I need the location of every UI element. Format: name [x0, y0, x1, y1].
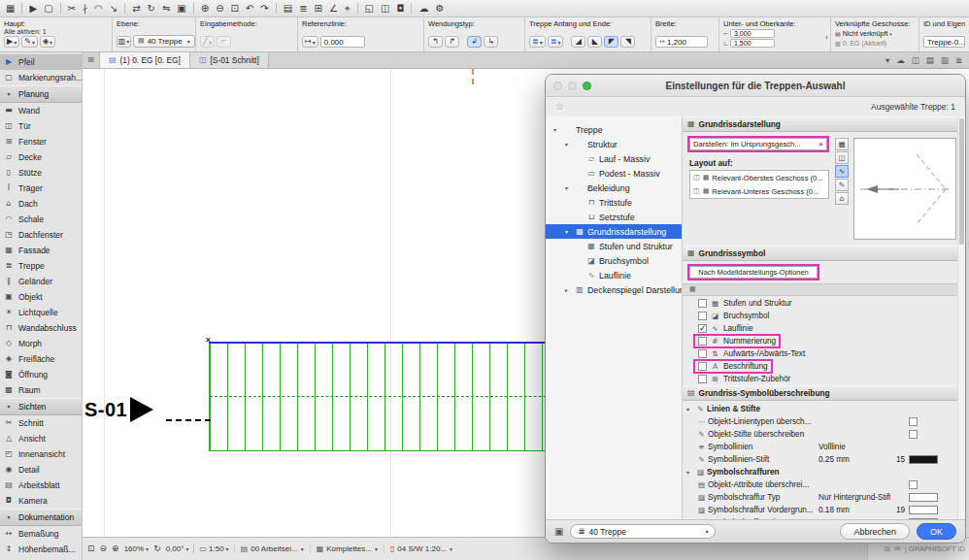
quick-option-dropdown[interactable]: ▦ Komplettes... ▾: [310, 544, 384, 553]
preview-tool-button[interactable]: ∿: [835, 165, 849, 178]
start-end-button[interactable]: ≣: [548, 36, 564, 48]
symbol-option-row[interactable]: A Beschriftung: [683, 360, 958, 373]
preview-tool-button[interactable]: ✎: [835, 179, 849, 191]
section-header-grundrissdarstellung[interactable]: ▦ Grundrissdarstellung: [683, 116, 958, 132]
zoom-out-icon[interactable]: ⊖: [216, 4, 223, 14]
guide-lines-icon[interactable]: ∠: [329, 4, 338, 14]
checkbox[interactable]: [698, 362, 707, 371]
trim-icon[interactable]: ✂: [68, 4, 76, 14]
sidebar-item[interactable]: ◰ Innenansicht: [0, 446, 82, 462]
tree-item[interactable]: ▾ Struktur: [546, 137, 682, 151]
tree-item[interactable]: ▾ ▦ Grundrissdarstellung: [546, 224, 682, 239]
scale-control[interactable]: ▭ 1:50 ▾: [199, 544, 228, 553]
zoom-window-button[interactable]: [583, 82, 591, 90]
separator[interactable]: [357, 3, 358, 14]
section-header-grundrisssymbol[interactable]: ▦ Grundrisssymbol: [683, 246, 958, 261]
sidebar-item[interactable]: ◙ Öffnung: [0, 367, 82, 382]
tree-item[interactable]: ▾ Treppe: [546, 122, 682, 137]
second-window-icon[interactable]: ◫: [912, 56, 919, 65]
arrow-tool-icon[interactable]: ▶: [29, 4, 37, 14]
input-method-button[interactable]: ╱: [200, 36, 215, 48]
tree-item[interactable]: ▦ Stufen und Struktur: [546, 239, 682, 253]
fit-in-window-icon[interactable]: ⊡: [87, 544, 95, 553]
separator[interactable]: [21, 3, 22, 14]
separator[interactable]: [411, 3, 412, 14]
show-on-stories-dropdown[interactable]: Darstellen: Im Ursprungsgesch... »: [689, 138, 827, 150]
symbol-option-row[interactable]: ◪ Bruchsymbol: [683, 310, 958, 322]
override-row[interactable]: ▾ ▨ Symbolschraffuren: [683, 466, 958, 478]
publish-icon[interactable]: ☁: [418, 4, 428, 14]
checkbox[interactable]: [909, 480, 918, 489]
sidebar-item[interactable]: ↕ Höhenbemaß...: [0, 542, 82, 557]
sidebar-item[interactable]: ▱ Decke: [0, 149, 82, 165]
start-end-button[interactable]: ≣: [529, 36, 546, 48]
checkbox[interactable]: [909, 430, 918, 439]
document-tab[interactable]: ◫ [S-01 Schnitt]: [190, 52, 269, 68]
story-layout-row[interactable]: ◫ ▦ Relevant-Oberstes Geschoss (0...: [690, 171, 828, 184]
sidebar-item[interactable]: ▾ Dokumentation: [0, 509, 82, 526]
minimize-button[interactable]: [568, 82, 577, 90]
sidebar-item[interactable]: ▤ Arbeitsblatt: [0, 478, 82, 493]
sidebar-item[interactable]: ∥ Geländer: [0, 274, 82, 289]
symbol-option-row[interactable]: ⊞ Trittstufen-Zubehör: [683, 373, 958, 385]
sidebar-item[interactable]: Ⅰ Träger: [0, 181, 82, 196]
sidebar-item[interactable]: ⌂ Dach: [0, 196, 82, 212]
separator[interactable]: [193, 3, 194, 14]
reference-line-button[interactable]: ↦: [302, 36, 318, 48]
fit-in-window-icon[interactable]: ⊡: [231, 4, 239, 14]
turning-type-button[interactable]: ↲: [467, 36, 482, 48]
separator[interactable]: [60, 3, 61, 14]
tab-overview-button[interactable]: ⊞: [83, 52, 100, 68]
level-field[interactable]: ∟ 1,500: [723, 39, 826, 48]
preview-tool-button[interactable]: ⌂: [835, 192, 849, 205]
quick-option-dropdown[interactable]: ▯ 04 S/W 1:20... ▾: [384, 544, 458, 553]
symbol-option-row[interactable]: ▦ Stufen und Struktur: [683, 297, 958, 310]
sidebar-item[interactable]: ▩ Raum: [0, 382, 82, 398]
element-id-field[interactable]: Treppe-0...: [923, 36, 965, 48]
tree-item[interactable]: ◪ Bruchsymbol: [546, 253, 682, 268]
start-end-button[interactable]: ◣: [587, 36, 602, 48]
haupt-tool-button[interactable]: ✎: [21, 36, 38, 48]
zoom-out-icon[interactable]: ⊖: [100, 544, 108, 553]
zoom-in-icon[interactable]: ⊕: [201, 4, 209, 14]
move-icon[interactable]: ⇄: [132, 4, 140, 14]
multiply-icon[interactable]: ▣: [177, 4, 185, 14]
layer-settings-button[interactable]: ▥: [117, 36, 131, 48]
sidebar-item[interactable]: ▢ Markierungsrah...: [0, 70, 82, 85]
preview-tool-button[interactable]: ◫: [835, 151, 849, 164]
pen-swatch[interactable]: [909, 506, 938, 514]
checkbox[interactable]: [698, 337, 707, 346]
story-link-row[interactable]: ▥ 0. EG (Aktuell): [835, 39, 915, 48]
transfer-settings-icon[interactable]: ▣: [554, 527, 563, 537]
tree-item[interactable]: ⊓ Trittstufe: [546, 195, 682, 210]
sidebar-item[interactable]: ▣ Objekt: [0, 289, 82, 305]
checkbox[interactable]: [698, 375, 707, 383]
override-row[interactable]: ▾ ✎ Linien & Stifte: [683, 403, 958, 415]
input-method-button[interactable]: ⌐: [217, 36, 231, 48]
favorites-icon[interactable]: ☆: [555, 102, 564, 112]
rotate-icon[interactable]: ↻: [148, 4, 155, 14]
sidebar-item[interactable]: ◉ Detail: [0, 462, 82, 478]
sidebar-item[interactable]: ▾ Planung: [0, 85, 82, 103]
scrollbar-thumb[interactable]: [959, 118, 964, 245]
sidebar-item[interactable]: ☀ Lichtquelle: [0, 305, 82, 320]
offset-field[interactable]: 0,000: [320, 36, 365, 48]
pen-swatch[interactable]: [909, 493, 938, 502]
haupt-tool-button[interactable]: ▶: [4, 36, 19, 48]
sidebar-item[interactable]: ▾ Sichten: [0, 398, 82, 415]
checkbox[interactable]: [909, 417, 918, 426]
project-icon[interactable]: ▦: [6, 4, 15, 14]
override-row[interactable]: ✎ Symbollinien-Stift 0.25 mm 15: [683, 453, 958, 466]
turning-type-button[interactable]: ↱: [445, 36, 459, 48]
tab-list-icon[interactable]: ▾: [885, 56, 889, 65]
favorite-preset-dropdown[interactable]: ≣ 40 Treppe ▾: [570, 524, 716, 539]
override-row[interactable]: ⋯ Objekt-Linientypen übersch...: [683, 415, 958, 428]
symbol-option-row[interactable]: # Nummerierung: [683, 335, 958, 347]
start-end-button[interactable]: ◤: [604, 36, 618, 48]
sidebar-item[interactable]: ◈ Freifläche: [0, 351, 82, 367]
close-button[interactable]: [553, 82, 562, 90]
checkbox[interactable]: [698, 324, 707, 333]
model-view-options-button[interactable]: Nach Modelldarstellungs-Optionen: [689, 266, 818, 279]
sidebar-item[interactable]: ◇ Morph: [0, 336, 82, 351]
pen-swatch[interactable]: [909, 455, 938, 464]
